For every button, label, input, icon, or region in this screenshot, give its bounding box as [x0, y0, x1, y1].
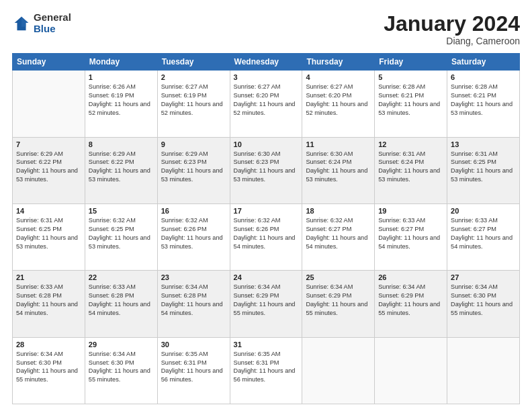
cell-sunset: Sunset: 6:19 PM [89, 91, 154, 100]
cell-daylight: Daylight: 11 hours and 53 minutes. [89, 234, 154, 251]
cell-daylight: Daylight: 11 hours and 52 minutes. [234, 100, 299, 118]
cell-info: Sunrise: 6:29 AM Sunset: 6:22 PM Dayligh… [89, 150, 154, 185]
cell-sunset: Sunset: 6:24 PM [306, 158, 371, 167]
cell-sunset: Sunset: 6:28 PM [89, 291, 154, 300]
cell-info: Sunrise: 6:32 AM Sunset: 6:25 PM Dayligh… [89, 216, 154, 251]
table-row [447, 337, 520, 404]
table-row: 30 Sunrise: 6:35 AM Sunset: 6:31 PM Dayl… [157, 337, 230, 404]
table-row [13, 71, 85, 137]
cell-sunrise: Sunrise: 6:33 AM [16, 283, 81, 291]
table-row: 26 Sunrise: 6:34 AM Sunset: 6:29 PM Dayl… [375, 271, 447, 337]
cell-info: Sunrise: 6:34 AM Sunset: 6:29 PM Dayligh… [234, 283, 299, 318]
cell-sunrise: Sunrise: 6:35 AM [234, 350, 299, 359]
cell-sunset: Sunset: 6:29 PM [234, 291, 299, 300]
cell-sunrise: Sunrise: 6:26 AM [89, 83, 154, 91]
cell-date: 16 [161, 207, 226, 215]
col-wednesday: Wednesday [230, 54, 302, 71]
cell-info: Sunrise: 6:32 AM Sunset: 6:26 PM Dayligh… [161, 216, 226, 251]
cell-sunset: Sunset: 6:27 PM [451, 225, 516, 234]
table-row: 20 Sunrise: 6:33 AM Sunset: 6:27 PM Dayl… [447, 203, 520, 270]
cell-info: Sunrise: 6:35 AM Sunset: 6:31 PM Dayligh… [161, 350, 226, 385]
cell-date: 31 [234, 340, 299, 349]
cell-info: Sunrise: 6:33 AM Sunset: 6:27 PM Dayligh… [378, 216, 443, 251]
cell-sunset: Sunset: 6:25 PM [451, 158, 516, 167]
cell-info: Sunrise: 6:32 AM Sunset: 6:26 PM Dayligh… [234, 216, 299, 251]
col-friday: Friday [375, 54, 447, 71]
table-row: 16 Sunrise: 6:32 AM Sunset: 6:26 PM Dayl… [157, 203, 230, 270]
table-row: 14 Sunrise: 6:31 AM Sunset: 6:25 PM Dayl… [13, 203, 85, 270]
cell-daylight: Daylight: 11 hours and 54 minutes. [16, 300, 81, 318]
table-row: 9 Sunrise: 6:29 AM Sunset: 6:23 PM Dayli… [157, 137, 230, 203]
cell-sunset: Sunset: 6:20 PM [234, 91, 299, 100]
cell-sunset: Sunset: 6:25 PM [16, 225, 81, 234]
cell-sunset: Sunset: 6:25 PM [89, 225, 154, 234]
cell-sunset: Sunset: 6:22 PM [89, 158, 154, 167]
calendar-subtitle: Diang, Cameroon [384, 36, 520, 46]
cell-date: 19 [378, 207, 443, 215]
cell-sunset: Sunset: 6:20 PM [306, 91, 371, 100]
cell-date: 2 [161, 73, 226, 81]
cell-sunrise: Sunrise: 6:32 AM [234, 216, 299, 225]
cell-date: 12 [378, 140, 443, 148]
cell-info: Sunrise: 6:26 AM Sunset: 6:19 PM Dayligh… [89, 83, 154, 118]
table-row: 18 Sunrise: 6:32 AM Sunset: 6:27 PM Dayl… [302, 203, 375, 270]
cell-sunrise: Sunrise: 6:33 AM [451, 216, 516, 225]
col-thursday: Thursday [302, 54, 375, 71]
cell-sunset: Sunset: 6:29 PM [306, 291, 371, 300]
cell-daylight: Daylight: 11 hours and 53 minutes. [451, 100, 516, 118]
cell-date: 25 [306, 273, 371, 281]
table-row: 19 Sunrise: 6:33 AM Sunset: 6:27 PM Dayl… [375, 203, 447, 270]
cell-sunrise: Sunrise: 6:27 AM [306, 83, 371, 91]
table-row: 13 Sunrise: 6:31 AM Sunset: 6:25 PM Dayl… [447, 137, 520, 203]
cell-sunrise: Sunrise: 6:29 AM [161, 150, 226, 158]
cell-date: 7 [16, 140, 81, 148]
logo-blue-text: Blue [34, 24, 71, 35]
cell-sunset: Sunset: 6:24 PM [378, 158, 443, 167]
header: General Blue January 2024 Diang, Cameroo… [12, 12, 520, 46]
cell-sunset: Sunset: 6:30 PM [451, 291, 516, 300]
table-row: 5 Sunrise: 6:28 AM Sunset: 6:21 PM Dayli… [375, 71, 447, 137]
cell-info: Sunrise: 6:31 AM Sunset: 6:24 PM Dayligh… [378, 150, 443, 185]
cell-sunset: Sunset: 6:21 PM [451, 91, 516, 100]
calendar-week-2: 7 Sunrise: 6:29 AM Sunset: 6:22 PM Dayli… [13, 137, 520, 203]
cell-date: 10 [234, 140, 299, 148]
cell-info: Sunrise: 6:30 AM Sunset: 6:23 PM Dayligh… [234, 150, 299, 185]
cell-sunrise: Sunrise: 6:30 AM [306, 150, 371, 158]
cell-sunrise: Sunrise: 6:34 AM [451, 283, 516, 291]
cell-daylight: Daylight: 11 hours and 53 minutes. [306, 167, 371, 184]
cell-daylight: Daylight: 11 hours and 53 minutes. [161, 167, 226, 184]
cell-daylight: Daylight: 11 hours and 55 minutes. [234, 300, 299, 318]
cell-info: Sunrise: 6:34 AM Sunset: 6:30 PM Dayligh… [451, 283, 516, 318]
cell-sunset: Sunset: 6:28 PM [16, 291, 81, 300]
table-row: 10 Sunrise: 6:30 AM Sunset: 6:23 PM Dayl… [230, 137, 302, 203]
cell-daylight: Daylight: 11 hours and 53 minutes. [161, 234, 226, 251]
cell-date: 17 [234, 207, 299, 215]
header-row: Sunday Monday Tuesday Wednesday Thursday… [13, 54, 520, 71]
cell-date: 4 [306, 73, 371, 81]
cell-daylight: Daylight: 11 hours and 53 minutes. [89, 167, 154, 184]
table-row: 23 Sunrise: 6:34 AM Sunset: 6:28 PM Dayl… [157, 271, 230, 337]
cell-date: 8 [89, 140, 154, 148]
cell-sunrise: Sunrise: 6:34 AM [378, 283, 443, 291]
cell-daylight: Daylight: 11 hours and 55 minutes. [451, 300, 516, 318]
cell-date: 24 [234, 273, 299, 281]
cell-sunrise: Sunrise: 6:33 AM [89, 283, 154, 291]
cell-date: 30 [161, 340, 226, 349]
cell-sunset: Sunset: 6:27 PM [306, 225, 371, 234]
cell-sunset: Sunset: 6:31 PM [161, 359, 226, 367]
cell-date: 21 [16, 273, 81, 281]
cell-sunset: Sunset: 6:30 PM [16, 359, 81, 367]
table-row [375, 337, 447, 404]
cell-daylight: Daylight: 11 hours and 53 minutes. [16, 234, 81, 251]
cell-sunset: Sunset: 6:22 PM [16, 158, 81, 167]
cell-sunrise: Sunrise: 6:32 AM [306, 216, 371, 225]
cell-info: Sunrise: 6:27 AM Sunset: 6:19 PM Dayligh… [161, 83, 226, 118]
cell-sunrise: Sunrise: 6:29 AM [89, 150, 154, 158]
cell-sunset: Sunset: 6:31 PM [234, 359, 299, 367]
table-row: 4 Sunrise: 6:27 AM Sunset: 6:20 PM Dayli… [302, 71, 375, 137]
title-block: January 2024 Diang, Cameroon [384, 12, 520, 46]
cell-daylight: Daylight: 11 hours and 54 minutes. [451, 234, 516, 251]
calendar-week-4: 21 Sunrise: 6:33 AM Sunset: 6:28 PM Dayl… [13, 271, 520, 337]
cell-date: 22 [89, 273, 154, 281]
cell-sunset: Sunset: 6:29 PM [378, 291, 443, 300]
